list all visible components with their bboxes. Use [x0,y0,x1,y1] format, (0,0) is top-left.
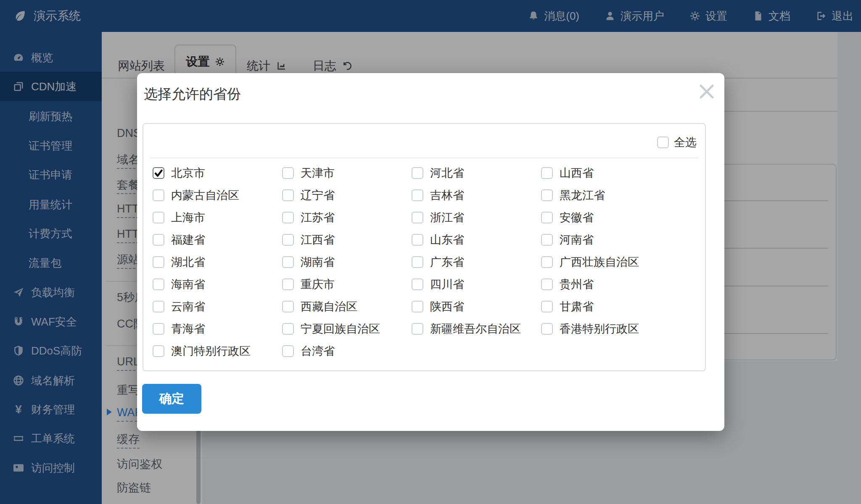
checkbox[interactable] [153,278,164,290]
province-label: 上海市 [171,210,205,225]
checkbox[interactable] [282,167,294,179]
checkbox[interactable] [412,189,423,201]
province-list-box: 全选 北京市 天津市 河北省 山西省 内蒙古自治区 辽宁省 吉林省 黑龙江省 上… [143,123,706,371]
province-checkbox-item[interactable]: 黑龙江省 [541,184,671,206]
province-label: 广西壮族自治区 [560,255,639,270]
checkbox[interactable] [282,256,294,268]
province-label: 贵州省 [560,277,594,292]
confirm-button[interactable]: 确定 [142,384,201,414]
checkbox[interactable] [282,323,294,335]
province-checkbox-item[interactable]: 福建省 [153,228,282,251]
dialog-title: 选择允许的省份 [144,85,241,104]
checkbox[interactable] [541,167,553,179]
province-checkbox-item[interactable]: 内蒙古自治区 [153,184,282,206]
province-checkbox-item[interactable]: 重庆市 [282,273,412,295]
province-checkbox-item[interactable]: 安徽省 [541,206,671,228]
checkbox[interactable] [541,323,553,335]
province-checkbox-item[interactable]: 江西省 [282,228,412,251]
checkbox[interactable] [282,189,294,201]
province-label: 甘肃省 [560,299,594,314]
province-checkbox-item[interactable]: 浙江省 [412,206,541,228]
province-label: 山东省 [430,232,464,247]
checkbox[interactable] [412,301,423,312]
checkbox[interactable] [153,301,164,312]
province-label: 安徽省 [560,210,594,225]
province-label: 重庆市 [301,277,335,292]
checkbox[interactable] [541,256,553,268]
select-all-item[interactable]: 全选 [657,135,697,150]
province-label: 香港特别行政区 [560,321,639,336]
province-label: 江苏省 [301,210,335,225]
checkbox[interactable] [412,167,423,179]
province-checkbox-item[interactable]: 新疆维吾尔自治区 [412,318,541,340]
checkbox[interactable] [541,301,553,312]
checkbox[interactable] [153,167,164,179]
checkbox[interactable] [412,278,423,290]
province-checkbox-item[interactable]: 四川省 [412,273,541,295]
province-label: 河南省 [560,232,594,247]
close-icon[interactable] [697,82,716,101]
province-checkbox-item[interactable]: 吉林省 [412,184,541,206]
checkbox[interactable] [541,212,553,223]
province-checkbox-item[interactable]: 北京市 [153,162,282,184]
province-label: 黑龙江省 [560,188,605,203]
checkbox[interactable] [153,212,164,223]
province-checkbox-item[interactable]: 山东省 [412,228,541,251]
checkbox[interactable] [412,323,423,335]
province-checkbox-item[interactable]: 香港特别行政区 [541,318,671,340]
province-checkbox-item[interactable]: 青海省 [153,318,282,340]
province-checkbox-item[interactable]: 辽宁省 [282,184,412,206]
province-checkbox-item[interactable]: 湖北省 [153,251,282,273]
province-label: 陕西省 [430,299,464,314]
checkbox[interactable] [282,278,294,290]
province-checkbox-item[interactable]: 台湾省 [282,340,412,362]
province-label: 河北省 [430,165,464,181]
checkbox[interactable] [541,234,553,246]
select-all-label: 全选 [674,135,697,150]
province-checkbox-item[interactable]: 甘肃省 [541,295,671,318]
province-checkbox-item[interactable]: 西藏自治区 [282,295,412,318]
province-checkbox-item[interactable]: 宁夏回族自治区 [282,318,412,340]
province-checkbox-item[interactable]: 海南省 [153,273,282,295]
province-checkbox-item[interactable]: 陕西省 [412,295,541,318]
checkbox[interactable] [153,189,164,201]
province-checkbox-item[interactable]: 湖南省 [282,251,412,273]
province-checkbox-item[interactable]: 广西壮族自治区 [541,251,671,273]
checkbox[interactable] [282,234,294,246]
checkbox[interactable] [153,256,164,268]
checkbox[interactable] [541,189,553,201]
province-checkbox-item[interactable]: 上海市 [153,206,282,228]
select-all-checkbox[interactable] [657,136,669,148]
province-checkbox-item[interactable]: 云南省 [153,295,282,318]
province-grid: 北京市 天津市 河北省 山西省 内蒙古自治区 辽宁省 吉林省 黑龙江省 上海市 … [153,162,671,362]
checkbox[interactable] [541,278,553,290]
province-label: 北京市 [171,165,205,181]
province-label: 宁夏回族自治区 [301,321,380,336]
province-select-dialog: 选择允许的省份 全选 北京市 天津市 河北省 山西省 内蒙古自治区 辽宁省 吉林… [137,73,724,431]
checkbox[interactable] [153,234,164,246]
province-checkbox-item[interactable]: 河北省 [412,162,541,184]
province-checkbox-item[interactable]: 江苏省 [282,206,412,228]
province-checkbox-item[interactable]: 山西省 [541,162,671,184]
checkbox[interactable] [153,345,164,357]
province-label: 新疆维吾尔自治区 [430,321,521,336]
checkbox[interactable] [412,212,423,223]
checkbox[interactable] [282,301,294,312]
province-label: 四川省 [430,277,464,292]
checkbox[interactable] [282,345,294,357]
checkbox[interactable] [412,256,423,268]
checkbox[interactable] [412,234,423,246]
province-label: 辽宁省 [301,188,335,203]
province-checkbox-item[interactable]: 广东省 [412,251,541,273]
province-label: 澳门特别行政区 [171,344,251,359]
province-checkbox-item[interactable]: 贵州省 [541,273,671,295]
province-checkbox-item[interactable]: 天津市 [282,162,412,184]
province-label: 内蒙古自治区 [171,188,239,203]
province-label: 湖北省 [171,255,205,270]
checkbox[interactable] [153,323,164,335]
province-label: 海南省 [171,277,205,292]
province-checkbox-item[interactable]: 河南省 [541,228,671,251]
province-label: 江西省 [301,232,335,247]
checkbox[interactable] [282,212,294,223]
province-checkbox-item[interactable]: 澳门特别行政区 [153,340,282,362]
